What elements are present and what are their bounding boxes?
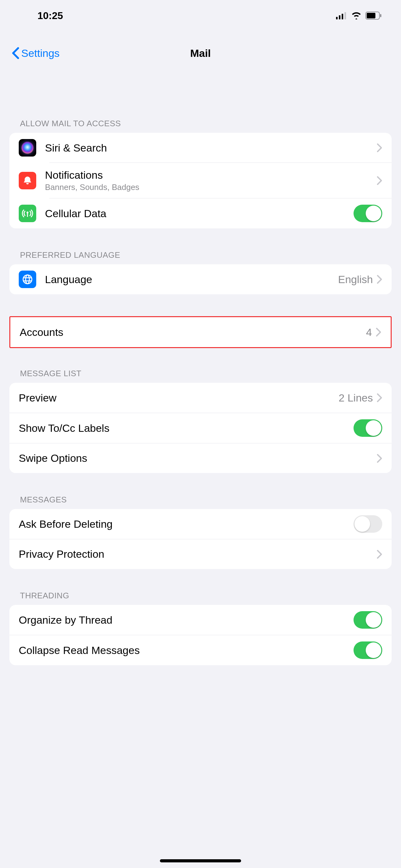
cellular-data-toggle[interactable] [354, 205, 382, 222]
section-header-threading: Threading [0, 591, 401, 605]
row-label: Ask Before Deleting [19, 518, 354, 530]
page-title: Mail [190, 47, 211, 59]
row-siri-search[interactable]: Siri & Search [9, 133, 392, 163]
row-label: Privacy Protection [19, 548, 377, 560]
globe-icon [19, 271, 36, 288]
chevron-right-icon [376, 328, 381, 337]
cellular-signal-icon [336, 12, 347, 19]
collapse-read-messages-toggle[interactable] [354, 642, 382, 659]
row-label: Preview [19, 392, 338, 404]
home-indicator[interactable] [160, 859, 241, 862]
row-language[interactable]: Language English [9, 264, 392, 294]
row-label: Siri & Search [45, 142, 377, 154]
section-message-list: Preview 2 Lines Show To/Cc Labels Swipe … [9, 383, 392, 473]
section-messages: Ask Before Deleting Privacy Protection [9, 509, 392, 569]
row-label: Organize by Thread [19, 614, 354, 626]
row-preview[interactable]: Preview 2 Lines [9, 383, 392, 413]
section-header-access: Allow Mail to Access [0, 119, 401, 133]
svg-rect-6 [380, 14, 381, 17]
svg-rect-5 [367, 13, 375, 19]
row-swipe-options[interactable]: Swipe Options [9, 443, 392, 473]
section-header-message-list: Message List [0, 369, 401, 383]
svg-rect-8 [27, 213, 28, 217]
bell-icon [19, 172, 36, 189]
battery-icon [365, 11, 382, 20]
row-collapse-read-messages[interactable]: Collapse Read Messages [9, 635, 392, 665]
svg-rect-2 [342, 14, 343, 19]
chevron-right-icon [377, 454, 382, 463]
section-access: Siri & Search Notifications Banners, Sou… [9, 133, 392, 228]
section-threading: Organize by Thread Collapse Read Message… [9, 605, 392, 665]
back-button[interactable]: Settings [11, 47, 60, 59]
row-label: Accounts [20, 326, 366, 338]
chevron-right-icon [377, 393, 382, 402]
section-language: Language English [9, 264, 392, 294]
row-organize-by-thread[interactable]: Organize by Thread [9, 605, 392, 635]
row-value: 4 [366, 326, 372, 338]
row-ask-before-deleting[interactable]: Ask Before Deleting [9, 509, 392, 539]
section-header-messages: Messages [0, 495, 401, 509]
row-value: 2 Lines [338, 392, 373, 404]
section-header-language: Preferred Language [0, 250, 401, 264]
chevron-right-icondata-interactable [377, 550, 382, 559]
row-label: Language [45, 273, 338, 286]
row-privacy-protection[interactable]: Privacy Protection [9, 539, 392, 569]
section-accounts: Accounts 4 [9, 316, 392, 348]
chevron-right-icon [377, 143, 382, 153]
wifi-icon [351, 12, 362, 19]
row-label: Collapse Read Messages [19, 644, 354, 656]
row-show-tocc[interactable]: Show To/Cc Labels [9, 413, 392, 443]
organize-by-thread-toggle[interactable] [354, 611, 382, 629]
nav-bar: Settings Mail [0, 31, 401, 75]
row-value: English [338, 273, 373, 286]
row-label: Swipe Options [19, 452, 377, 464]
status-bar: 10:25 [0, 0, 401, 31]
svg-rect-0 [336, 17, 338, 19]
siri-icon [19, 139, 36, 157]
svg-point-9 [23, 275, 32, 284]
svg-point-10 [26, 275, 29, 284]
ask-before-deleting-toggle[interactable] [354, 515, 382, 533]
row-notifications[interactable]: Notifications Banners, Sounds, Badges [9, 163, 392, 198]
svg-rect-1 [339, 15, 340, 19]
row-label: Cellular Data [45, 208, 354, 220]
row-sublabel: Banners, Sounds, Badges [45, 183, 377, 192]
show-tocc-toggle[interactable] [354, 419, 382, 437]
status-time: 10:25 [37, 10, 63, 22]
row-label: Notifications [45, 169, 377, 181]
chevron-right-icon [377, 176, 382, 185]
status-indicators [336, 11, 382, 20]
chevron-right-icon [377, 275, 382, 284]
row-cellular-data[interactable]: Cellular Data [9, 198, 392, 228]
row-label: Show To/Cc Labels [19, 422, 354, 434]
antenna-icon [19, 205, 36, 222]
chevron-left-icon [11, 47, 20, 59]
row-accounts[interactable]: Accounts 4 [10, 317, 391, 347]
svg-rect-3 [344, 12, 346, 19]
back-label: Settings [21, 47, 60, 59]
